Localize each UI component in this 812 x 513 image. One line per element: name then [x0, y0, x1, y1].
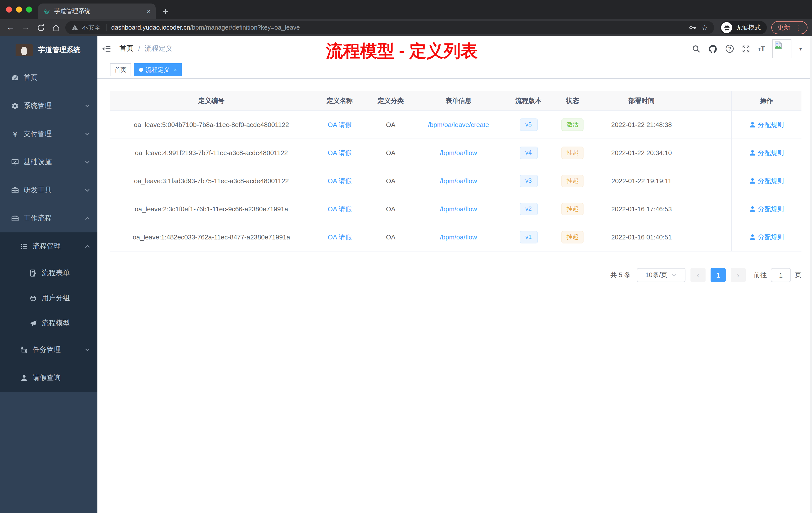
person-icon [749, 234, 756, 240]
navbar: 首页 / 流程定义 [97, 36, 812, 61]
next-page-button[interactable]: › [731, 268, 746, 282]
version-badge[interactable]: v2 [520, 203, 538, 215]
window-close-button[interactable] [6, 6, 12, 12]
sidebar-item-process-model[interactable]: 流程模型 [0, 311, 97, 336]
tag-close-icon[interactable]: × [174, 67, 177, 73]
definition-name-link[interactable]: OA 请假 [328, 148, 351, 157]
github-icon[interactable] [708, 44, 718, 54]
definition-name-link[interactable]: OA 请假 [328, 205, 351, 214]
cell-definition-id: oa_leave:5:004b710b-7b8a-11ec-8ef0-acde4… [110, 121, 313, 128]
password-key-icon[interactable] [688, 24, 696, 32]
sidebar-item-task-management[interactable]: 任务管理 [0, 336, 97, 364]
sidebar-item-label: 基础设施 [24, 158, 52, 167]
home-icon[interactable] [48, 21, 63, 35]
assign-rule-button[interactable]: 分配规则 [749, 233, 784, 242]
browser-tab[interactable]: 芋道管理系统 × [38, 3, 156, 19]
avatar-caret-icon[interactable]: ▾ [799, 46, 802, 52]
person-icon [20, 374, 28, 382]
definition-name-link[interactable]: OA 请假 [328, 233, 351, 242]
definition-name-link[interactable]: OA 请假 [328, 120, 351, 129]
sidebar-item-process-form[interactable]: 流程表单 [0, 261, 97, 285]
assign-rule-button[interactable]: 分配规则 [749, 205, 784, 214]
cell-category: OA [367, 177, 415, 185]
sidebar-item-devtools[interactable]: 研发工具 [0, 176, 97, 204]
form-link[interactable]: /bpm/oa/flow [440, 233, 477, 241]
form-link[interactable]: /bpm/oa/flow [440, 149, 477, 157]
page-size-select[interactable]: 10条/页 [637, 268, 686, 282]
browser-menu-icon[interactable]: ⋮ [795, 24, 802, 31]
sidebar-item-workflow[interactable]: 工作流程 [0, 204, 97, 233]
status-badge: 挂起 [561, 203, 583, 215]
window-scrollbar[interactable] [810, 36, 812, 513]
page-number-1[interactable]: 1 [710, 268, 726, 282]
url-path: /bpm/manager/definition?key=oa_leave [190, 24, 300, 31]
cell-deploy-time: 2022-01-16 17:46:53 [590, 205, 693, 213]
sidebar-item-infrastructure[interactable]: 基础设施 [0, 148, 97, 176]
sidebar-toggle-hamburger-icon[interactable] [97, 36, 116, 61]
sidebar-item-leave-query[interactable]: 请假查询 [0, 364, 97, 392]
cell-definition-id: oa_leave:1:482ec033-762a-11ec-8477-a2380… [110, 233, 313, 241]
breadcrumb-home[interactable]: 首页 [119, 44, 134, 53]
sidebar-item-label: 用户分组 [42, 294, 70, 303]
annotation-overlay: 流程模型 - 定义列表 [326, 40, 477, 63]
sidebar-item-payment[interactable]: ¥ 支付管理 [0, 120, 97, 148]
sidebar-item-system[interactable]: 系统管理 [0, 92, 97, 120]
window-controls [6, 6, 32, 12]
col-header-version: 流程版本 [502, 96, 555, 105]
tag-process-definition[interactable]: 流程定义 × [134, 63, 182, 76]
form-link[interactable]: /bpm/oa/flow [440, 205, 477, 213]
sidebar-item-label: 请假查询 [33, 373, 61, 383]
version-badge[interactable]: v4 [520, 147, 538, 159]
back-icon[interactable]: ← [3, 21, 18, 35]
assign-rule-button[interactable]: 分配规则 [749, 120, 784, 129]
reload-icon[interactable] [33, 21, 48, 35]
browser-tabstrip: 芋道管理系统 × + [0, 0, 812, 19]
bookmark-star-icon[interactable]: ☆ [701, 23, 708, 32]
tab-close-icon[interactable]: × [147, 8, 151, 14]
tag-home[interactable]: 首页 [110, 63, 131, 76]
paper-plane-icon [29, 319, 37, 327]
search-icon[interactable] [692, 44, 701, 53]
dashboard-gauge-icon [11, 74, 19, 82]
col-header-deploy-time: 部署时间 [590, 96, 693, 105]
cell-definition-id: oa_leave:4:991f2193-7b7f-11ec-a3c8-acde4… [110, 149, 313, 157]
sidebar-item-user-group[interactable]: 用户分组 [0, 285, 97, 311]
version-badge[interactable]: v5 [520, 118, 538, 131]
sidebar-logo-row[interactable]: 芋道管理系统 [0, 36, 97, 64]
url-domain: dashboard.yudao.iocoder.cn [111, 24, 190, 31]
version-badge[interactable]: v3 [520, 175, 538, 187]
security-warning-icon[interactable] [71, 24, 78, 31]
col-header-actions: 操作 [731, 91, 802, 111]
col-header-id: 定义编号 [110, 96, 313, 105]
assign-rule-button[interactable]: 分配规则 [749, 176, 784, 185]
new-tab-button[interactable]: + [163, 6, 168, 16]
page-unit-label: 页 [795, 271, 802, 280]
window-minimize-button[interactable] [16, 6, 22, 12]
help-question-icon[interactable]: ? [725, 44, 734, 53]
page-content: 定义编号 定义名称 定义分类 表单信息 流程版本 状态 部署时间 操作 oa_l… [97, 79, 812, 513]
fullscreen-icon[interactable] [742, 44, 751, 53]
definition-name-link[interactable]: OA 请假 [328, 176, 351, 185]
forward-icon[interactable]: → [18, 21, 33, 35]
avatar[interactable] [773, 39, 792, 58]
active-dot-icon [139, 68, 143, 72]
address-bar[interactable]: 不安全 dashboard.yudao.iocoder.cn/bpm/manag… [65, 21, 714, 34]
sidebar-item-home[interactable]: 首页 [0, 64, 97, 92]
prev-page-button[interactable]: ‹ [691, 268, 705, 282]
sidebar-item-process-management[interactable]: 流程管理 [0, 233, 97, 261]
form-link[interactable]: /bpm/oa/flow [440, 177, 477, 185]
assign-rule-button[interactable]: 分配规则 [749, 148, 784, 157]
window-zoom-button[interactable] [26, 6, 32, 12]
browser-update-button[interactable]: 更新 ⋮ [771, 21, 808, 34]
incognito-label: 无痕模式 [736, 23, 761, 32]
goto-page-input[interactable] [771, 268, 791, 282]
chevron-down-icon [671, 272, 677, 278]
cell-deploy-time: 2022-01-22 21:48:38 [590, 121, 693, 128]
col-header-form: 表单信息 [415, 96, 502, 105]
font-size-icon[interactable]: TT [758, 45, 765, 53]
svg-text:?: ? [728, 46, 731, 52]
version-badge[interactable]: v1 [520, 231, 538, 243]
table-row: oa_leave:4:991f2193-7b7f-11ec-a3c8-acde4… [110, 139, 802, 167]
gear-icon [11, 102, 19, 110]
form-link[interactable]: /bpm/oa/leave/create [428, 121, 489, 128]
